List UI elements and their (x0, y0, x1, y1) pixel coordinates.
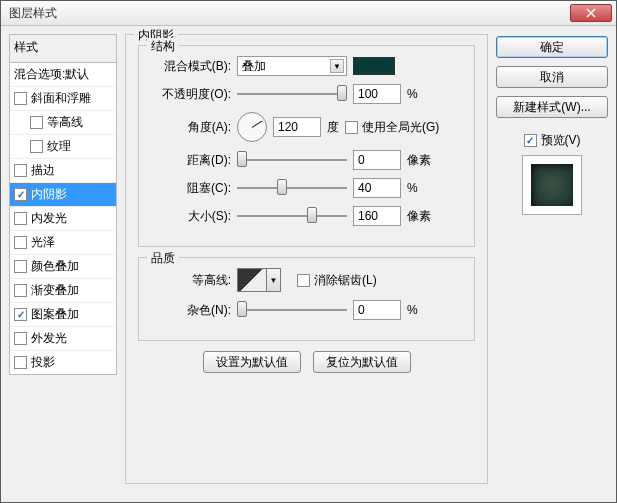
style-item[interactable]: 光泽 (10, 231, 116, 255)
percent-unit: % (407, 87, 437, 101)
preview-label: 预览(V) (541, 132, 581, 149)
style-item-label: 混合选项:默认 (14, 66, 89, 83)
distance-row: 距离(D): 像素 (151, 150, 462, 170)
action-panel: 确定 取消 新建样式(W)... 预览(V) (496, 34, 608, 494)
style-item-label: 内阴影 (31, 186, 67, 203)
inner-shadow-section: 内阴影 结构 混合模式(B): 叠加 ▼ 不透明度(O): (125, 34, 488, 484)
style-item[interactable]: 混合选项:默认 (10, 63, 116, 87)
contour-label: 等高线: (151, 272, 231, 289)
style-item[interactable]: 描边 (10, 159, 116, 183)
chevron-down-icon: ▼ (267, 268, 281, 292)
style-item[interactable]: 颜色叠加 (10, 255, 116, 279)
size-slider[interactable] (237, 207, 347, 225)
px-unit: 像素 (407, 152, 437, 169)
set-default-button[interactable]: 设置为默认值 (203, 351, 301, 373)
titlebar: 图层样式 (1, 1, 616, 26)
size-row: 大小(S): 像素 (151, 206, 462, 226)
close-icon (586, 8, 596, 18)
layer-style-dialog: 图层样式 样式 混合选项:默认斜面和浮雕等高线纹理描边内阴影内发光光泽颜色叠加渐… (0, 0, 617, 503)
blend-mode-select[interactable]: 叠加 ▼ (237, 56, 347, 76)
style-item-label: 内发光 (31, 210, 67, 227)
distance-input[interactable] (353, 150, 401, 170)
choke-label: 阻塞(C): (151, 180, 231, 197)
style-item[interactable]: 渐变叠加 (10, 279, 116, 303)
antialias-checkbox[interactable]: 消除锯齿(L) (297, 272, 377, 289)
style-item-label: 纹理 (47, 138, 71, 155)
style-item-label: 图案叠加 (31, 306, 79, 323)
chevron-down-icon: ▼ (330, 59, 344, 73)
styles-panel: 样式 混合选项:默认斜面和浮雕等高线纹理描边内阴影内发光光泽颜色叠加渐变叠加图案… (9, 34, 117, 494)
global-light-label: 使用全局光(G) (362, 119, 439, 136)
checkbox-icon (14, 332, 27, 345)
choke-slider[interactable] (237, 179, 347, 197)
styles-header: 样式 (9, 34, 117, 62)
blend-mode-row: 混合模式(B): 叠加 ▼ (151, 56, 462, 76)
style-item[interactable]: 纹理 (10, 135, 116, 159)
blend-mode-value: 叠加 (242, 58, 266, 75)
style-item-label: 渐变叠加 (31, 282, 79, 299)
structure-group: 结构 混合模式(B): 叠加 ▼ 不透明度(O): (138, 45, 475, 247)
size-input[interactable] (353, 206, 401, 226)
close-button[interactable] (570, 4, 612, 22)
noise-slider[interactable] (237, 301, 347, 319)
styles-list: 混合选项:默认斜面和浮雕等高线纹理描边内阴影内发光光泽颜色叠加渐变叠加图案叠加外… (9, 62, 117, 375)
checkbox-icon (14, 260, 27, 273)
style-item[interactable]: 投影 (10, 351, 116, 374)
checkbox-icon (30, 140, 43, 153)
checkbox-icon (14, 284, 27, 297)
px-unit: 像素 (407, 208, 437, 225)
style-item[interactable]: 斜面和浮雕 (10, 87, 116, 111)
style-item-label: 外发光 (31, 330, 67, 347)
checkbox-icon (14, 188, 27, 201)
ok-button[interactable]: 确定 (496, 36, 608, 58)
size-label: 大小(S): (151, 208, 231, 225)
style-item-label: 光泽 (31, 234, 55, 251)
color-swatch[interactable] (353, 57, 395, 75)
style-item[interactable]: 外发光 (10, 327, 116, 351)
angle-dial[interactable] (237, 112, 267, 142)
noise-row: 杂色(N): % (151, 300, 462, 320)
style-item[interactable]: 内发光 (10, 207, 116, 231)
preview-image (531, 164, 573, 206)
choke-input[interactable] (353, 178, 401, 198)
opacity-input[interactable] (353, 84, 401, 104)
dialog-title: 图层样式 (9, 5, 570, 22)
contour-picker[interactable]: ▼ (237, 268, 281, 292)
quality-group: 品质 等高线: ▼ 消除锯齿(L) 杂色(N): (138, 257, 475, 341)
style-item-label: 斜面和浮雕 (31, 90, 91, 107)
preview-checkbox[interactable]: 预览(V) (524, 132, 581, 149)
contour-row: 等高线: ▼ 消除锯齿(L) (151, 268, 462, 292)
style-item[interactable]: 等高线 (10, 111, 116, 135)
checkbox-icon (14, 92, 27, 105)
angle-input[interactable] (273, 117, 321, 137)
preview-thumbnail (522, 155, 582, 215)
checkbox-icon (524, 134, 537, 147)
noise-input[interactable] (353, 300, 401, 320)
style-item-label: 颜色叠加 (31, 258, 79, 275)
restore-default-button[interactable]: 复位为默认值 (313, 351, 411, 373)
percent-unit: % (407, 181, 437, 195)
new-style-button[interactable]: 新建样式(W)... (496, 96, 608, 118)
style-item-label: 描边 (31, 162, 55, 179)
antialias-label: 消除锯齿(L) (314, 272, 377, 289)
preview-area: 预览(V) (496, 132, 608, 215)
style-item[interactable]: 图案叠加 (10, 303, 116, 327)
blend-mode-label: 混合模式(B): (151, 58, 231, 75)
settings-panel: 内阴影 结构 混合模式(B): 叠加 ▼ 不透明度(O): (125, 34, 488, 494)
style-item-label: 投影 (31, 354, 55, 371)
noise-label: 杂色(N): (151, 302, 231, 319)
angle-row: 角度(A): 度 使用全局光(G) (151, 112, 462, 142)
percent-unit: % (407, 303, 437, 317)
checkbox-icon (14, 212, 27, 225)
quality-title: 品质 (147, 250, 179, 267)
global-light-checkbox[interactable]: 使用全局光(G) (345, 119, 439, 136)
default-buttons-row: 设置为默认值 复位为默认值 (138, 351, 475, 373)
cancel-button[interactable]: 取消 (496, 66, 608, 88)
opacity-slider[interactable] (237, 85, 347, 103)
style-item-label: 等高线 (47, 114, 83, 131)
style-item[interactable]: 内阴影 (10, 183, 116, 207)
distance-label: 距离(D): (151, 152, 231, 169)
degree-unit: 度 (327, 119, 339, 136)
structure-title: 结构 (147, 38, 179, 55)
distance-slider[interactable] (237, 151, 347, 169)
